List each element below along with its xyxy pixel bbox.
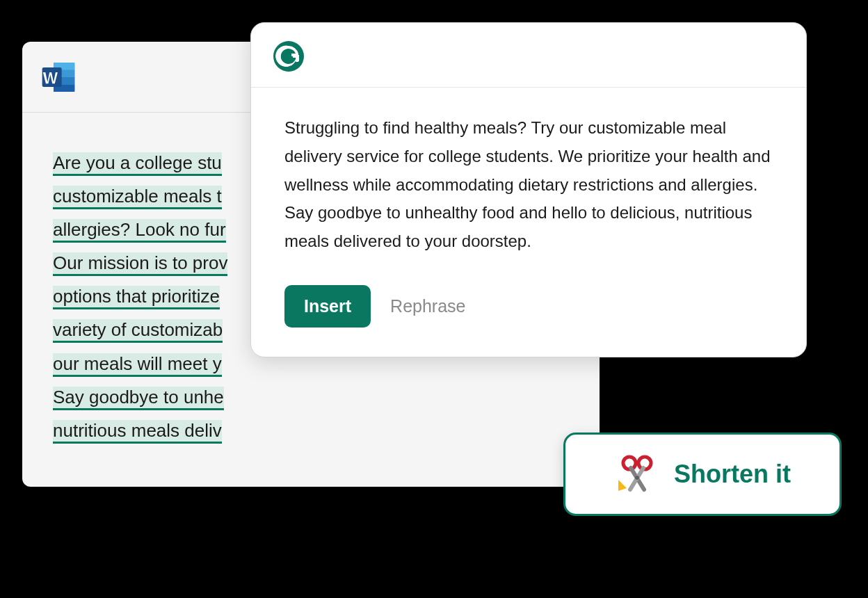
svg-point-9 xyxy=(635,476,639,480)
insert-button[interactable]: Insert xyxy=(284,285,371,328)
doc-line: Say goodbye to unhe xyxy=(53,387,224,410)
suggestion-text: Struggling to find healthy meals? Try ou… xyxy=(284,114,773,256)
doc-line: options that prioritize xyxy=(53,286,220,309)
grammarly-logo-icon xyxy=(273,41,304,72)
doc-line: customizable meals t xyxy=(53,186,222,209)
shorten-it-label: Shorten it xyxy=(674,460,791,489)
word-app-icon xyxy=(39,58,78,97)
doc-line: Are you a college stu xyxy=(53,152,222,176)
grammarly-suggestion-popup: Struggling to find healthy meals? Try ou… xyxy=(250,22,807,357)
rephrase-button[interactable]: Rephrase xyxy=(390,296,465,316)
shorten-it-button[interactable]: Shorten it xyxy=(563,433,842,516)
scissors-icon xyxy=(614,453,656,495)
popup-action-row: Insert Rephrase xyxy=(284,285,773,328)
doc-line: Our mission is to prov xyxy=(53,252,227,276)
grammarly-popup-header xyxy=(251,23,806,88)
doc-line: nutritious meals deliv xyxy=(53,420,222,444)
doc-line: variety of customizab xyxy=(53,319,223,343)
grammarly-popup-body: Struggling to find healthy meals? Try ou… xyxy=(251,88,806,357)
doc-line: our meals will meet y xyxy=(53,353,222,377)
doc-line: allergies? Look no fur xyxy=(53,219,226,243)
